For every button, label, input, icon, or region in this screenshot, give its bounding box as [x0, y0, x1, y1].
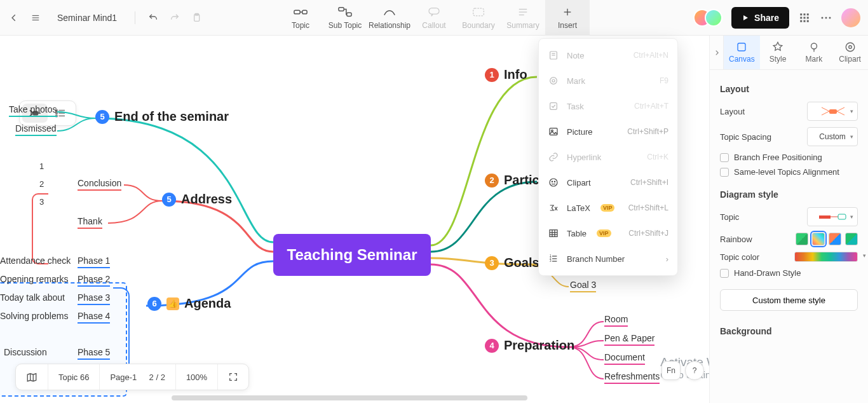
leaf-goal3[interactable]: Goal 3 — [570, 280, 596, 294]
svg-rect-36 — [550, 128, 557, 135]
leaf-end[interactable]: Dismissed — [15, 123, 57, 137]
topic-style-select[interactable] — [807, 207, 858, 226]
leaf-num[interactable]: 3 — [39, 197, 44, 207]
tool-insert[interactable]: Insert — [545, 0, 590, 36]
leaf-thank[interactable]: Thank — [78, 216, 102, 230]
hamburger-icon[interactable] — [29, 11, 42, 24]
tool-relationship[interactable]: Relationship — [367, 0, 412, 36]
leaf-end[interactable]: Take photos — [9, 104, 57, 118]
leaf-num[interactable]: 1 — [39, 161, 44, 171]
root-node[interactable]: Teaching Seminar — [273, 234, 431, 276]
redo-icon — [168, 11, 181, 24]
leaf-agenda-item[interactable]: Discussion — [4, 347, 47, 359]
svg-rect-26 — [807, 20, 809, 22]
topic-preparation[interactable]: 4 Preparation — [485, 338, 574, 353]
leaf-phase[interactable]: Phase 5 — [78, 347, 110, 361]
topic-icon — [294, 6, 308, 18]
apps-grid-icon[interactable] — [798, 11, 811, 24]
spacing-select[interactable]: Custom — [807, 127, 858, 146]
chk-same-level[interactable]: Same-level Topics Alignment — [720, 167, 858, 177]
status-topic-count[interactable]: Topic 66 — [48, 364, 100, 390]
leaf-conclusion[interactable]: Conclusion — [78, 178, 121, 192]
rainbow-opt-2[interactable] — [812, 233, 825, 245]
number-badge: 1 — [485, 68, 499, 82]
svg-rect-23 — [807, 17, 809, 18]
status-page-of: 2 / 2 — [149, 372, 165, 382]
spacing-value: Custom — [819, 132, 845, 141]
numbered-list-icon: 123 — [548, 254, 559, 264]
user-avatar[interactable] — [841, 8, 860, 27]
section-layout-header: Layout — [720, 84, 858, 94]
chk-branch-free[interactable]: Branch Free Positioning — [720, 153, 858, 162]
rainbow-opt-3[interactable] — [829, 233, 841, 245]
topic-info[interactable]: 1 Info — [485, 67, 527, 82]
svg-point-40 — [554, 181, 555, 182]
custom-theme-button[interactable]: Custom theme style — [720, 289, 858, 311]
spacing-label: Topic Spacing — [720, 132, 771, 142]
tab-clipart[interactable]: Clipart — [832, 36, 868, 69]
tool-label: Sub Topic — [329, 21, 362, 30]
topic-agenda[interactable]: 6 👍 Agenda — [147, 296, 231, 311]
tab-mark[interactable]: Mark — [796, 36, 832, 69]
topic-address[interactable]: 5 Address — [162, 192, 232, 207]
collaborator-avatars[interactable] — [693, 9, 722, 27]
clipart-icon — [548, 177, 559, 188]
layout-select[interactable] — [807, 102, 858, 121]
leaf-phase[interactable]: Phase 3 — [78, 292, 110, 306]
menu-item-picture[interactable]: Picture Ctrl+Shift+P — [539, 119, 677, 144]
leaf-prep[interactable]: Refreshments — [604, 371, 660, 385]
menu-shortcut: Ctrl+Shift+L — [628, 203, 668, 212]
leaf-agenda-item[interactable]: Opening remarks — [0, 274, 68, 285]
leaf-phase[interactable]: Phase 2 — [78, 274, 110, 288]
topic-goals[interactable]: 3 Goals — [485, 256, 539, 270]
number-badge: 3 — [485, 256, 499, 270]
leaf-agenda-item[interactable]: Solving problems — [0, 311, 68, 322]
collapse-panel-icon[interactable] — [710, 36, 724, 69]
leaf-agenda-item[interactable]: Today talk about — [0, 292, 65, 304]
undo-icon[interactable] — [147, 11, 159, 24]
leaf-prep[interactable]: Pen & Paper — [604, 333, 654, 347]
section-diagram-header: Diagram style — [720, 189, 858, 200]
svg-rect-6 — [302, 10, 307, 14]
svg-rect-22 — [804, 17, 806, 18]
svg-point-33 — [550, 78, 557, 85]
more-icon[interactable] — [820, 11, 832, 24]
menu-item-branch-number[interactable]: 123 Branch Number — [539, 246, 677, 271]
leaf-prep[interactable]: Room — [604, 314, 628, 328]
share-button[interactable]: Share — [731, 7, 789, 29]
status-page[interactable]: Page-1 2 / 2 — [100, 364, 175, 390]
topic-end-seminar[interactable]: 5 End of the seminar — [95, 109, 229, 124]
leaf-agenda-item[interactable]: Attendance check — [0, 256, 71, 267]
chk-hand-drawn[interactable]: Hand-Drawn Style — [720, 268, 858, 278]
help-button[interactable]: ? — [685, 361, 704, 380]
leaf-num[interactable]: 2 — [39, 179, 44, 189]
back-icon[interactable] — [8, 11, 20, 24]
tab-canvas[interactable]: Canvas — [724, 36, 760, 69]
topic-color-select[interactable] — [794, 252, 858, 262]
horizontal-scrollbar[interactable] — [172, 395, 527, 400]
svg-marker-17 — [743, 15, 748, 20]
menu-item-latex[interactable]: LaTeX VIP Ctrl+Shift+L — [539, 195, 677, 221]
rainbow-opt-4[interactable] — [845, 233, 858, 245]
leaf-prep[interactable]: Document — [604, 352, 645, 366]
status-zoom[interactable]: 100% — [176, 364, 218, 390]
tab-style[interactable]: Style — [760, 36, 796, 69]
tool-subtopic[interactable]: Sub Topic — [323, 0, 367, 36]
tool-topic[interactable]: Topic — [278, 0, 323, 36]
svg-rect-35 — [550, 103, 557, 110]
svg-point-55 — [811, 43, 817, 49]
topic-label: Goals — [504, 256, 539, 270]
document-title[interactable]: Seminar Mind1 — [57, 13, 117, 23]
status-page-name: Page-1 — [110, 372, 137, 382]
leaf-phase[interactable]: Phase 1 — [78, 256, 110, 270]
menu-item-clipart[interactable]: Clipart Ctrl+Shift+I — [539, 170, 677, 195]
status-map-icon[interactable] — [16, 364, 48, 390]
menu-item-table[interactable]: Table VIP Ctrl+Shift+J — [539, 221, 677, 246]
rainbow-opt-1[interactable] — [796, 233, 808, 245]
number-badge: 5 — [162, 193, 176, 207]
menu-item-hyperlink: Hyperlink Ctrl+K — [539, 144, 677, 170]
leaf-phase[interactable]: Phase 4 — [78, 311, 110, 325]
fn-button[interactable]: Fn — [661, 361, 681, 380]
checkbox-icon — [720, 269, 729, 278]
status-fullscreen-icon[interactable] — [218, 364, 248, 390]
